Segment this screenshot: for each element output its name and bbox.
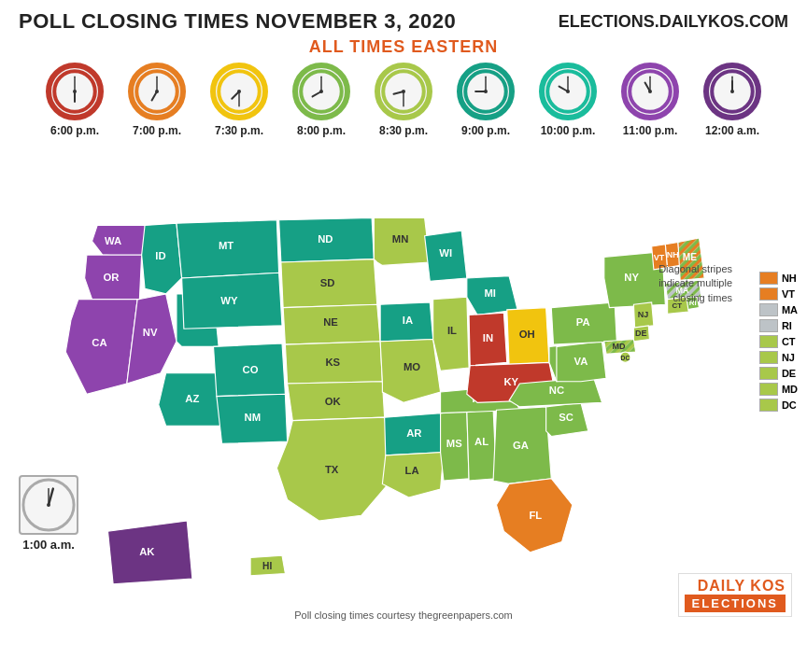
- clock-label-3: 8:00 p.m.: [297, 124, 346, 137]
- svg-text:SC: SC: [559, 412, 573, 423]
- svg-text:NY: NY: [624, 272, 639, 283]
- svg-text:MD: MD: [613, 342, 627, 351]
- svg-text:MI: MI: [484, 287, 496, 299]
- dk-elections: ELECTIONS: [685, 595, 786, 612]
- clock-item-4: 8:30 p.m.: [367, 63, 440, 137]
- svg-text:PA: PA: [576, 316, 590, 328]
- svg-point-35: [730, 90, 734, 93]
- svg-point-3: [73, 90, 77, 93]
- svg-text:NE: NE: [323, 316, 338, 328]
- svg-text:AL: AL: [474, 436, 488, 447]
- legend-label-CT: CT: [782, 336, 796, 347]
- svg-text:FL: FL: [529, 510, 542, 521]
- svg-text:VA: VA: [573, 356, 588, 367]
- svg-text:MO: MO: [404, 361, 420, 372]
- clock-item-0: 6:00 p.m.: [38, 63, 111, 137]
- svg-point-147: [47, 503, 50, 507]
- svg-text:IN: IN: [483, 332, 493, 343]
- svg-text:NJ: NJ: [638, 310, 649, 319]
- svg-point-7: [155, 90, 159, 93]
- legend-label-DE: DE: [782, 368, 796, 379]
- map-area: WA OR CA ID NV UT AZ MT WY CO NM ND: [0, 141, 807, 626]
- legend-item-DC: DC: [759, 399, 798, 412]
- clock-item-6: 10:00 p.m.: [531, 63, 604, 137]
- clock-item-3: 8:00 p.m.: [285, 63, 358, 137]
- clock-item-5: 9:00 p.m.: [449, 63, 522, 137]
- footer-text: Poll closing times courtesy thegreenpape…: [294, 609, 513, 621]
- svg-point-15: [319, 90, 323, 93]
- svg-text:WI: WI: [439, 247, 452, 259]
- svg-text:CA: CA: [92, 337, 106, 348]
- clock-item-1: 7:00 p.m.: [120, 63, 193, 137]
- svg-text:NM: NM: [245, 412, 262, 423]
- legend-item-VT: VT: [759, 287, 798, 301]
- clock-label-7: 11:00 p.m.: [623, 124, 678, 137]
- legend-label-DC: DC: [782, 399, 797, 411]
- svg-text:IA: IA: [403, 315, 413, 326]
- clock-label-1: 7:00 p.m.: [133, 124, 181, 137]
- svg-text:MS: MS: [446, 438, 462, 449]
- legend-item-MA: MA: [759, 303, 798, 316]
- svg-text:KS: KS: [325, 357, 340, 368]
- clock-label-8: 12:00 a.m.: [705, 124, 759, 137]
- svg-text:SD: SD: [320, 277, 335, 288]
- svg-text:KY: KY: [503, 376, 518, 387]
- svg-text:ID: ID: [155, 250, 165, 261]
- dk-logo: DAILY KOS ELECTIONS: [678, 573, 792, 617]
- clock-label-6: 10:00 p.m.: [541, 124, 596, 137]
- legend-item-NJ: NJ: [759, 351, 798, 364]
- clock-label-2: 7:30 p.m.: [215, 124, 263, 137]
- dk-daily: DAILY KOS: [698, 578, 786, 595]
- svg-text:AK: AK: [139, 546, 155, 557]
- svg-text:IL: IL: [447, 325, 457, 336]
- legend-item-NH: NH: [759, 272, 798, 285]
- svg-text:HI: HI: [262, 561, 272, 571]
- svg-text:LA: LA: [405, 465, 419, 476]
- svg-text:AR: AR: [406, 427, 421, 439]
- svg-text:ME: ME: [683, 252, 697, 262]
- svg-text:MN: MN: [392, 233, 409, 245]
- svg-text:WY: WY: [220, 295, 238, 306]
- svg-text:DE: DE: [635, 329, 647, 338]
- small-clock-area: 1:00 a.m.: [19, 475, 78, 552]
- legend-label-NH: NH: [782, 273, 797, 284]
- svg-text:AZ: AZ: [185, 393, 199, 404]
- svg-text:MT: MT: [219, 240, 234, 251]
- page-title: POLL CLOSING TIMES NOVEMBER 3, 2020: [19, 9, 456, 34]
- clock-label-4: 8:30 p.m.: [379, 124, 428, 137]
- small-clock-label: 1:00 a.m.: [22, 538, 75, 552]
- svg-text:GA: GA: [513, 440, 529, 451]
- svg-point-31: [648, 90, 652, 93]
- legend-item-DE: DE: [759, 367, 798, 380]
- svg-text:WA: WA: [105, 235, 121, 246]
- legend-item-MD: MD: [759, 383, 798, 396]
- svg-text:NC: NC: [549, 385, 564, 396]
- clocks-row: 6:00 p.m. 7:00 p.m. 7:30 p.m. 8:00 p.m. …: [0, 63, 807, 137]
- legend-item-RI: RI: [759, 319, 798, 332]
- svg-text:OR: OR: [103, 272, 119, 283]
- clock-item-8: 12:00 a.m.: [696, 63, 769, 137]
- svg-text:NH: NH: [667, 250, 679, 259]
- clock-item-7: 11:00 p.m.: [614, 63, 687, 137]
- svg-point-11: [237, 90, 241, 93]
- svg-text:ND: ND: [318, 233, 333, 245]
- page-header: POLL CLOSING TIMES NOVEMBER 3, 2020 ELEC…: [0, 0, 807, 37]
- legend-label-RI: RI: [782, 320, 792, 331]
- small-clock: [19, 475, 78, 535]
- us-map: WA OR CA ID NV UT AZ MT WY CO NM ND: [0, 141, 807, 626]
- svg-text:NV: NV: [143, 327, 158, 338]
- svg-text:VT: VT: [654, 253, 665, 262]
- legend: NHVTMARICTNJDEMDDC: [759, 272, 798, 412]
- svg-text:OH: OH: [519, 329, 535, 340]
- website-label: ELECTIONS.DAILYKOS.COM: [559, 12, 788, 32]
- clock-label-0: 6:00 p.m.: [50, 124, 99, 137]
- legend-item-CT: CT: [759, 335, 798, 348]
- clock-label-5: 9:00 p.m.: [461, 124, 510, 137]
- svg-point-23: [484, 90, 488, 93]
- subtitle: ALL TIMES EASTERN: [0, 37, 807, 57]
- svg-text:CO: CO: [243, 364, 259, 375]
- legend-label-MA: MA: [782, 304, 798, 315]
- legend-label-NJ: NJ: [782, 352, 795, 363]
- diagonal-note: Diagonal stripes indicate multiple closi…: [658, 262, 732, 305]
- legend-label-MD: MD: [782, 384, 798, 395]
